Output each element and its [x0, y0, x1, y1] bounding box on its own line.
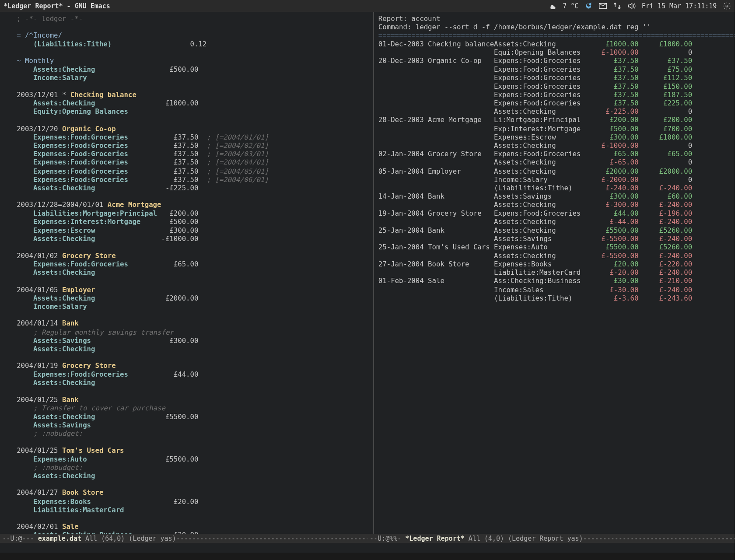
- refresh-icon[interactable]: [584, 2, 593, 10]
- os-topbar: *Ledger Report* - GNU Emacs 7 °C Fri 15 …: [0, 0, 735, 12]
- system-tray: 7 °C Fri 15 Mar 17:11:19: [548, 2, 731, 10]
- settings-icon[interactable]: [723, 2, 731, 10]
- emacs-frame: ; -*- ledger -*- = /^Income/ (Liabilitie…: [0, 12, 735, 534]
- modeline: --U:@--- example.dat All (64,0) (Ledger …: [0, 534, 735, 543]
- weather-icon[interactable]: [548, 2, 556, 10]
- weather-text: 7 °C: [563, 2, 578, 10]
- ledger-report-buffer[interactable]: Report: account Command: ledger --sort d…: [374, 12, 735, 534]
- svg-point-0: [726, 5, 728, 7]
- modeline-left: --U:@--- example.dat All (64,0) (Ledger …: [0, 535, 368, 542]
- ledger-source-buffer[interactable]: ; -*- ledger -*- = /^Income/ (Liabilitie…: [0, 12, 374, 534]
- clock: Fri 15 Mar 17:11:19: [642, 2, 717, 10]
- mail-icon[interactable]: [599, 2, 607, 10]
- modeline-right: --U:@%%- *Ledger Report* All (4,0) (Ledg…: [368, 535, 735, 542]
- network-icon[interactable]: [613, 2, 621, 10]
- volume-icon[interactable]: [627, 2, 636, 10]
- echo-area[interactable]: [0, 543, 735, 553]
- window-title: *Ledger Report* - GNU Emacs: [4, 2, 548, 10]
